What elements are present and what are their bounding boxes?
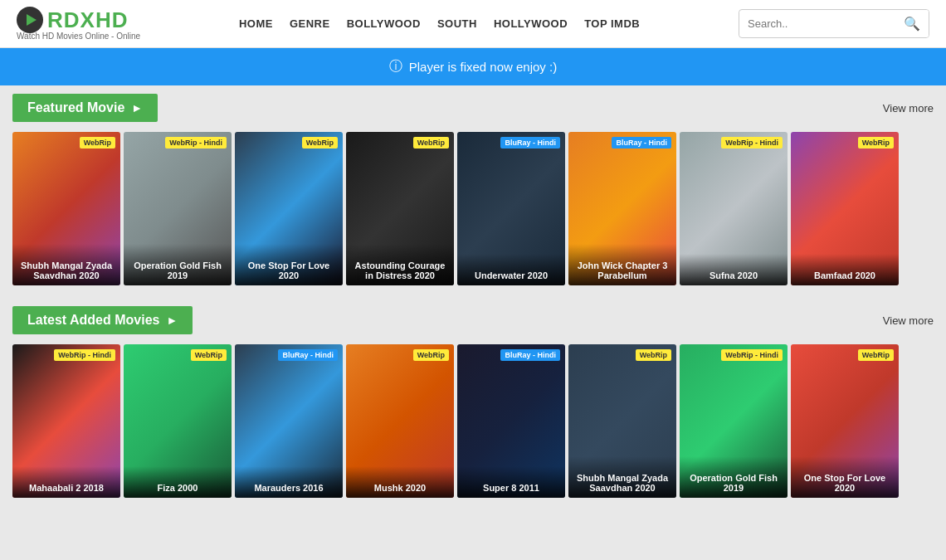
nav-genre[interactable]: GENRE xyxy=(290,17,330,30)
movie-badge: WebRip xyxy=(413,349,449,361)
movie-badge: WebRip xyxy=(636,349,671,361)
movie-card[interactable]: WebRip Shubh Mangal Zyada Saavdhan 2020 xyxy=(12,132,120,285)
movie-badge: WebRip xyxy=(80,137,115,149)
movie-badge: WebRip xyxy=(858,137,894,149)
movie-card[interactable]: BluRay - Hindi Super 8 2011 xyxy=(457,344,565,498)
latest-movies-row: WebRip - Hindi Mahaabali 2 2018 WebRip F… xyxy=(4,344,942,498)
movie-badge: BluRay - Hindi xyxy=(278,349,338,361)
logo-rdx: RDX xyxy=(47,7,95,32)
movie-card[interactable]: WebRip One Stop For Love 2020 xyxy=(235,132,343,285)
logo-hd: HD xyxy=(95,7,129,32)
nav-hollywood[interactable]: HOLLYWOOD xyxy=(494,17,568,30)
movie-title: Astounding Courage in Distress 2020 xyxy=(346,244,454,285)
movie-badge: WebRip - Hindi xyxy=(54,349,115,361)
movie-title: Operation Gold Fish 2019 xyxy=(680,456,788,498)
movie-title: Mahaabali 2 2018 xyxy=(12,466,120,498)
featured-title: Featured Movie ► xyxy=(12,94,158,122)
movie-card[interactable]: WebRip Fiza 2000 xyxy=(124,344,232,498)
featured-movies-container: WebRip Shubh Mangal Zyada Saavdhan 2020 … xyxy=(0,132,946,294)
logo-text: RDXHD xyxy=(47,7,128,33)
latest-header: Latest Added Movies ► View more xyxy=(0,298,946,343)
featured-movies-row: WebRip Shubh Mangal Zyada Saavdhan 2020 … xyxy=(4,132,942,285)
featured-header: Featured Movie ► View more xyxy=(0,85,946,130)
banner-text: Player is fixed now enjoy :) xyxy=(409,60,557,74)
movie-badge: WebRip xyxy=(191,349,227,361)
nav-south[interactable]: SOUTH xyxy=(437,17,477,30)
movie-badge: BluRay - Hindi xyxy=(500,137,560,149)
main-nav: HOME GENRE BOLLYWOOD SOUTH HOLLYWOOD TOP… xyxy=(165,17,714,30)
logo-play-icon xyxy=(17,7,43,33)
movie-card[interactable]: WebRip Astounding Courage in Distress 20… xyxy=(346,132,454,285)
featured-arrow-icon: ► xyxy=(131,101,143,114)
movie-card[interactable]: WebRip - Hindi Sufna 2020 xyxy=(680,132,788,285)
movie-title: One Stop For Love 2020 xyxy=(791,456,899,498)
movie-title: Fiza 2000 xyxy=(124,466,232,498)
movie-title: Underwater 2020 xyxy=(457,254,565,285)
movie-card[interactable]: BluRay - Hindi Marauders 2016 xyxy=(235,344,343,498)
movie-title: John Wick Chapter 3 Parabellum xyxy=(568,244,676,285)
movie-title: Operation Gold Fish 2019 xyxy=(124,244,232,285)
latest-title: Latest Added Movies ► xyxy=(12,306,193,334)
header: RDXHD Watch HD Movies Online - Online HO… xyxy=(0,0,946,48)
latest-movies-container: WebRip - Hindi Mahaabali 2 2018 WebRip F… xyxy=(0,344,946,506)
movie-title: Mushk 2020 xyxy=(346,466,454,498)
movie-title: Sufna 2020 xyxy=(680,254,788,285)
movie-badge: WebRip xyxy=(413,137,449,149)
featured-section: Featured Movie ► View more WebRip Shubh … xyxy=(0,85,946,298)
movie-title: Super 8 2011 xyxy=(457,466,565,498)
movie-badge: WebRip - Hindi xyxy=(721,349,783,361)
movie-card[interactable]: WebRip - Hindi Operation Gold Fish 2019 xyxy=(680,344,788,498)
movie-title: Bamfaad 2020 xyxy=(791,254,899,285)
featured-view-more[interactable]: View more xyxy=(883,102,934,114)
movie-badge: WebRip - Hindi xyxy=(721,137,783,149)
movie-card[interactable]: BluRay - Hindi Underwater 2020 xyxy=(457,132,565,285)
movie-badge: BluRay - Hindi xyxy=(612,137,671,149)
movie-card[interactable]: WebRip Mushk 2020 xyxy=(346,344,454,498)
logo-area: RDXHD Watch HD Movies Online - Online xyxy=(17,7,140,41)
search-input[interactable] xyxy=(739,12,895,36)
search-bar: 🔍 xyxy=(739,9,929,38)
logo-tagline: Watch HD Movies Online - Online xyxy=(17,32,140,41)
movie-title: Shubh Mangal Zyada Saavdhan 2020 xyxy=(12,244,120,285)
movie-card[interactable]: WebRip One Stop For Love 2020 xyxy=(791,344,899,498)
movie-badge: WebRip xyxy=(858,349,894,361)
movie-badge: BluRay - Hindi xyxy=(500,349,560,361)
movie-title: Shubh Mangal Zyada Saavdhan 2020 xyxy=(568,456,676,498)
nav-top-imdb[interactable]: TOP IMDB xyxy=(584,17,640,30)
movie-card[interactable]: WebRip Bamfaad 2020 xyxy=(791,132,899,285)
movie-card[interactable]: WebRip - Hindi Mahaabali 2 2018 xyxy=(12,344,120,498)
latest-view-more[interactable]: View more xyxy=(883,314,934,327)
movie-title: One Stop For Love 2020 xyxy=(235,244,343,285)
movie-card[interactable]: BluRay - Hindi John Wick Chapter 3 Parab… xyxy=(568,132,676,285)
movie-badge: WebRip xyxy=(302,137,338,149)
movie-title: Marauders 2016 xyxy=(235,466,343,498)
logo: RDXHD xyxy=(17,7,128,33)
nav-bollywood[interactable]: BOLLYWOOD xyxy=(347,17,421,30)
latest-section: Latest Added Movies ► View more WebRip -… xyxy=(0,298,946,510)
movie-badge: WebRip - Hindi xyxy=(165,137,227,149)
info-icon: ⓘ xyxy=(389,58,402,75)
announcement-banner: ⓘ Player is fixed now enjoy :) xyxy=(0,48,946,85)
nav-home[interactable]: HOME xyxy=(239,17,273,30)
search-button[interactable]: 🔍 xyxy=(895,10,929,37)
movie-card[interactable]: WebRip Shubh Mangal Zyada Saavdhan 2020 xyxy=(568,344,676,498)
movie-card[interactable]: WebRip - Hindi Operation Gold Fish 2019 xyxy=(124,132,232,285)
latest-arrow-icon: ► xyxy=(166,314,178,327)
